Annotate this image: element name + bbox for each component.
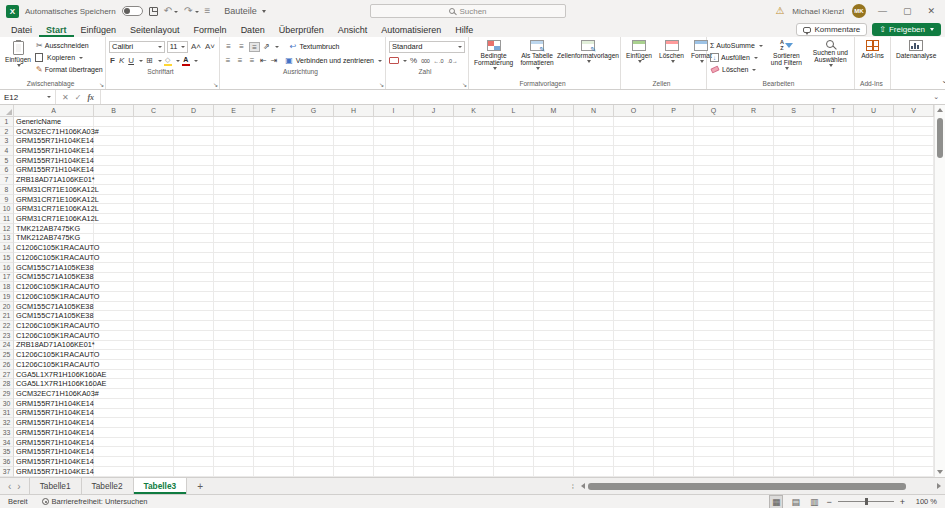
cell-M35[interactable] [534, 447, 574, 457]
row-header-17[interactable]: 17 [0, 273, 14, 283]
cell-C16[interactable] [134, 263, 174, 273]
cell-B25[interactable] [94, 350, 134, 360]
cell-I33[interactable] [374, 428, 414, 438]
cell-B16[interactable] [94, 263, 134, 273]
undo-button[interactable]: ↶ [164, 6, 178, 16]
cell-N34[interactable] [574, 438, 614, 448]
tab-datei[interactable]: Datei [4, 22, 39, 37]
cell-G25[interactable] [294, 350, 334, 360]
cell-M19[interactable] [534, 292, 574, 302]
cell-D32[interactable] [174, 418, 214, 428]
cell-A35[interactable]: GRM155R71H104KE14 [14, 447, 94, 457]
cell-L36[interactable] [494, 457, 534, 467]
cell-R6[interactable] [734, 166, 774, 176]
cell-B23[interactable] [94, 331, 134, 341]
cell-M34[interactable] [534, 438, 574, 448]
cell-K19[interactable] [454, 292, 494, 302]
cell-K18[interactable] [454, 282, 494, 292]
cell-I21[interactable] [374, 311, 414, 321]
cell-S28[interactable] [774, 379, 814, 389]
cell-C36[interactable] [134, 457, 174, 467]
cell-A31[interactable]: GRM155R71H104KE14 [14, 409, 94, 419]
cell-M10[interactable] [534, 204, 574, 214]
cell-S19[interactable] [774, 292, 814, 302]
row-header-27[interactable]: 27 [0, 370, 14, 380]
cell-E15[interactable] [214, 253, 254, 263]
cell-F17[interactable] [254, 273, 294, 283]
avatar[interactable]: MK [852, 4, 866, 18]
cell-Q10[interactable] [694, 204, 734, 214]
zoom-slider[interactable] [838, 501, 894, 502]
cell-E3[interactable] [214, 136, 254, 146]
cell-V20[interactable] [894, 302, 934, 312]
cell-N2[interactable] [574, 127, 614, 137]
cell-C14[interactable] [134, 243, 174, 253]
cell-Q23[interactable] [694, 331, 734, 341]
cell-V30[interactable] [894, 399, 934, 409]
cell-P9[interactable] [654, 195, 694, 205]
column-header-G[interactable]: G [294, 105, 334, 117]
align-center-icon[interactable]: ≡ [235, 56, 245, 66]
cell-B26[interactable] [94, 360, 134, 370]
cell-B6[interactable] [94, 166, 134, 176]
cell-P22[interactable] [654, 321, 694, 331]
cell-V4[interactable] [894, 146, 934, 156]
cell-N27[interactable] [574, 370, 614, 380]
cell-D31[interactable] [174, 409, 214, 419]
cell-L5[interactable] [494, 156, 534, 166]
cell-T12[interactable] [814, 224, 854, 234]
conditional-formatting-button[interactable]: Bedingte Formatierung [472, 39, 515, 71]
cell-D22[interactable] [174, 321, 214, 331]
cell-J20[interactable] [414, 302, 454, 312]
cell-P35[interactable] [654, 447, 694, 457]
cell-S16[interactable] [774, 263, 814, 273]
cell-D14[interactable] [174, 243, 214, 253]
cell-B13[interactable] [94, 234, 134, 244]
cell-V8[interactable] [894, 185, 934, 195]
cell-I8[interactable] [374, 185, 414, 195]
cell-V25[interactable] [894, 350, 934, 360]
cell-B24[interactable] [94, 341, 134, 351]
cell-B20[interactable] [94, 302, 134, 312]
cell-I16[interactable] [374, 263, 414, 273]
cell-E10[interactable] [214, 204, 254, 214]
cell-Q6[interactable] [694, 166, 734, 176]
column-header-P[interactable]: P [654, 105, 694, 117]
cell-H36[interactable] [334, 457, 374, 467]
cell-T2[interactable] [814, 127, 854, 137]
cell-R16[interactable] [734, 263, 774, 273]
cell-A9[interactable]: GRM31CR71E106KA12L [14, 195, 94, 205]
cell-R13[interactable] [734, 234, 774, 244]
alignment-dialog-launcher[interactable]: ↘ [379, 82, 384, 88]
formula-bar-expand-chevron[interactable]: ⌄ [927, 93, 945, 101]
cell-V2[interactable] [894, 127, 934, 137]
cell-D2[interactable] [174, 127, 214, 137]
cell-U13[interactable] [854, 234, 894, 244]
cell-T13[interactable] [814, 234, 854, 244]
cell-N29[interactable] [574, 389, 614, 399]
close-button[interactable]: ✕ [923, 6, 939, 16]
cell-C20[interactable] [134, 302, 174, 312]
cell-P5[interactable] [654, 156, 694, 166]
cell-V1[interactable] [894, 117, 934, 127]
cell-P23[interactable] [654, 331, 694, 341]
cell-U10[interactable] [854, 204, 894, 214]
cell-D5[interactable] [174, 156, 214, 166]
cell-S6[interactable] [774, 166, 814, 176]
addins-button[interactable]: Add-Ins [859, 39, 886, 60]
cell-G12[interactable] [294, 224, 334, 234]
cell-J3[interactable] [414, 136, 454, 146]
cell-A33[interactable]: GRM155R71H104KE14 [14, 428, 94, 438]
row-header-15[interactable]: 15 [0, 253, 14, 263]
cell-D19[interactable] [174, 292, 214, 302]
cell-F37[interactable] [254, 467, 294, 477]
cell-T26[interactable] [814, 360, 854, 370]
cell-L28[interactable] [494, 379, 534, 389]
cell-N8[interactable] [574, 185, 614, 195]
row-header-11[interactable]: 11 [0, 214, 14, 224]
cell-E29[interactable] [214, 389, 254, 399]
cell-H9[interactable] [334, 195, 374, 205]
cell-E31[interactable] [214, 409, 254, 419]
cell-I35[interactable] [374, 447, 414, 457]
cell-D15[interactable] [174, 253, 214, 263]
